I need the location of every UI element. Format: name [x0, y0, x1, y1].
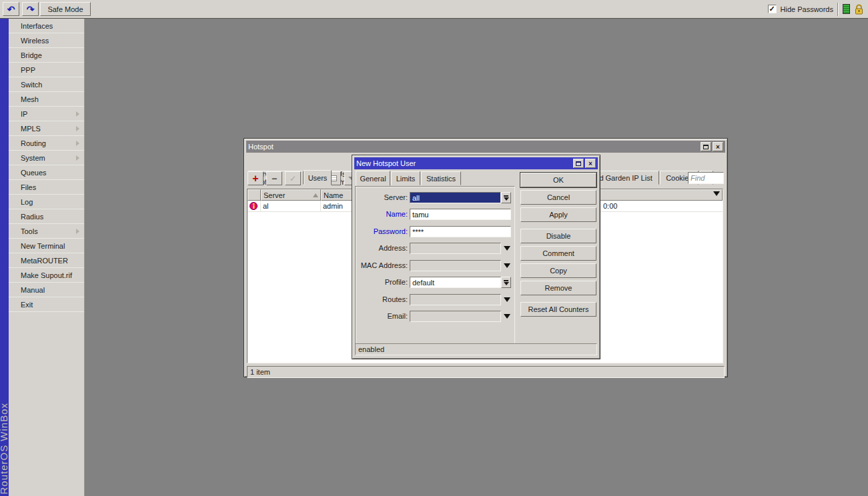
name-label: Name:	[356, 210, 408, 218]
tab-users[interactable]: Users	[304, 170, 332, 185]
general-tab-panel: Server: all Name: Password: Address: MAC…	[355, 186, 515, 345]
redo-icon: ↷	[27, 4, 35, 15]
tab-general[interactable]: General	[356, 171, 390, 186]
remove-button[interactable]: Remove	[520, 281, 596, 295]
sidebar-item-files[interactable]: Files	[9, 180, 84, 195]
expand-arrow-icon[interactable]	[504, 263, 510, 268]
sidebar-item-mesh[interactable]: Mesh	[9, 92, 84, 107]
expand-arrow-icon[interactable]	[504, 246, 510, 251]
enable-check-icon: ✓	[290, 174, 296, 183]
copy-button[interactable]: Copy	[520, 263, 596, 278]
dropdown-arrow-icon	[504, 282, 509, 285]
row-server-cell: al	[261, 201, 321, 211]
password-input[interactable]	[410, 226, 511, 237]
new-hotspot-user-dialog: New Hotspot User × General Limits Statis…	[352, 155, 600, 359]
sidebar-item-system[interactable]: System	[9, 151, 84, 165]
top-toolbar: ↶ ↷ Safe Mode ✓ Hide Passwords	[0, 0, 868, 19]
enable-button[interactable]: ✓	[285, 171, 301, 185]
hotspot-titlebar[interactable]: Hotspot ×	[246, 141, 725, 153]
sidebar-item-switch[interactable]: Switch	[9, 77, 84, 92]
undo-button[interactable]: ↶	[3, 2, 19, 16]
redo-button[interactable]: ↷	[22, 2, 39, 16]
close-button[interactable]: ×	[585, 159, 596, 168]
sidebar-item-ppp[interactable]: PPP	[9, 63, 84, 77]
address-field[interactable]	[410, 243, 501, 254]
hide-passwords-label: Hide Passwords	[781, 5, 833, 13]
routes-label: Routes:	[356, 295, 408, 303]
submenu-arrow-icon	[76, 141, 79, 146]
icon-column-header[interactable]	[248, 189, 261, 201]
add-user-button[interactable]: +	[248, 171, 264, 185]
expand-arrow-icon[interactable]	[504, 297, 510, 302]
password-label: Password:	[356, 227, 408, 235]
maximize-icon	[576, 161, 581, 166]
sidebar-item-new-terminal[interactable]: New Terminal	[9, 239, 84, 253]
traffic-indicator-icon	[843, 4, 850, 14]
reset-all-counters-button[interactable]: Reset All Counters	[520, 302, 596, 317]
sidebar-item-manual[interactable]: Manual	[9, 283, 84, 297]
server-column-header[interactable]: Server	[261, 189, 321, 201]
row-uptime-fragment: 0:00	[603, 202, 617, 210]
tab-limits[interactable]: Limits	[391, 171, 420, 185]
address-label: Address:	[356, 244, 408, 252]
maximize-button[interactable]	[573, 159, 584, 168]
remove-icon: −	[272, 173, 277, 184]
dropdown-arrow-icon	[504, 197, 509, 201]
profile-dropdown-button[interactable]	[501, 277, 511, 288]
sidebar-item-bridge[interactable]: Bridge	[9, 48, 84, 63]
safe-mode-button[interactable]: Safe Mode	[40, 2, 91, 16]
submenu-arrow-icon	[76, 229, 79, 234]
routes-field[interactable]	[410, 294, 501, 305]
submenu-arrow-icon	[76, 155, 79, 161]
sidebar-item-metarouter[interactable]: MetaROUTER	[9, 253, 84, 268]
close-button[interactable]: ×	[713, 142, 723, 151]
sidebar-item-exit[interactable]: Exit	[9, 297, 84, 312]
remove-user-button[interactable]: −	[266, 171, 282, 185]
main-menu-sidebar: Interfaces Wireless Bridge PPP Switch Me…	[9, 19, 85, 496]
cancel-button[interactable]: Cancel	[520, 190, 596, 205]
apply-button[interactable]: Apply	[520, 207, 596, 222]
email-label: Email:	[356, 312, 408, 320]
find-input[interactable]	[688, 172, 724, 184]
close-icon: ×	[716, 143, 720, 151]
hotspot-window-title: Hotspot	[248, 143, 274, 151]
sidebar-item-mpls[interactable]: MPLS	[9, 121, 84, 136]
hotspot-user-icon	[250, 202, 258, 210]
brand-strip: RouterOS WinBox	[0, 19, 9, 496]
disable-button[interactable]: Disable	[520, 229, 596, 243]
mac-address-label: MAC Address:	[356, 261, 408, 269]
maximize-button[interactable]	[701, 142, 711, 151]
sidebar-item-interfaces[interactable]: Interfaces	[9, 19, 84, 33]
sidebar-item-make-supout[interactable]: Make Supout.rif	[9, 268, 84, 283]
profile-combobox[interactable]: default	[410, 277, 501, 288]
sidebar-item-ip[interactable]: IP	[9, 107, 84, 121]
sidebar-item-wireless[interactable]: Wireless	[9, 33, 84, 48]
name-input[interactable]	[410, 209, 511, 220]
sidebar-item-queues[interactable]: Queues	[9, 165, 84, 180]
add-icon: +	[252, 173, 258, 185]
topbar-right-group: ✓ Hide Passwords	[768, 0, 864, 18]
ok-button[interactable]: OK	[520, 173, 596, 187]
tab-statistics[interactable]: Statistics	[421, 171, 461, 185]
profile-label: Profile:	[356, 278, 408, 286]
lock-icon	[854, 4, 864, 15]
server-combobox[interactable]: all	[410, 192, 501, 203]
hide-passwords-checkbox[interactable]: ✓	[768, 5, 777, 13]
toolbar-separator	[837, 3, 839, 16]
routeros-winbox-brand: RouterOS WinBox	[0, 403, 9, 495]
sidebar-item-log[interactable]: Log	[9, 195, 84, 209]
sort-ascending-icon	[313, 193, 318, 197]
comment-button[interactable]: Comment	[520, 246, 596, 261]
column-select-arrow-icon[interactable]	[713, 191, 720, 196]
mac-address-field[interactable]	[410, 260, 501, 271]
expand-arrow-icon[interactable]	[504, 314, 510, 319]
server-dropdown-button[interactable]	[501, 192, 511, 203]
sidebar-item-tools[interactable]: Tools	[9, 224, 84, 239]
row-icon-cell	[248, 201, 261, 211]
dialog-titlebar[interactable]: New Hotspot User ×	[354, 157, 598, 169]
sidebar-item-radius[interactable]: Radius	[9, 209, 84, 224]
undo-icon: ↶	[7, 4, 15, 15]
dialog-title: New Hotspot User	[356, 159, 416, 167]
email-field[interactable]	[410, 311, 501, 322]
sidebar-item-routing[interactable]: Routing	[9, 136, 84, 151]
